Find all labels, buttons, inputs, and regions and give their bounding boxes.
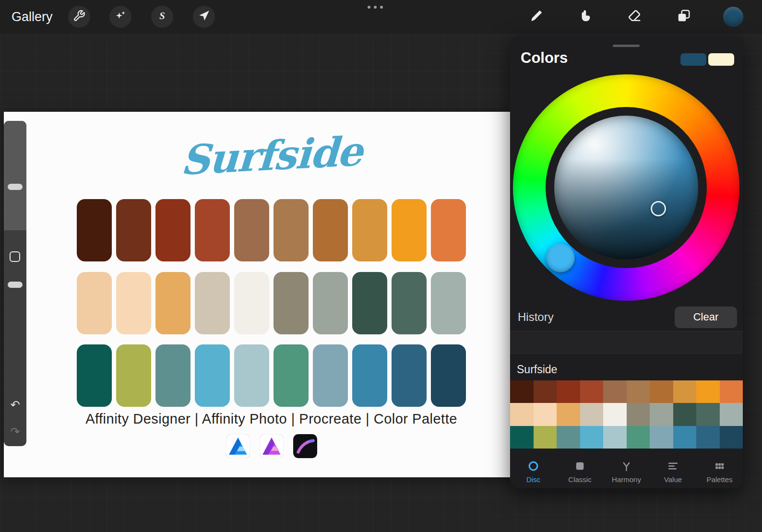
- transform-button[interactable]: [193, 6, 215, 28]
- paint-button[interactable]: [525, 6, 548, 28]
- palette-swatch[interactable]: [603, 380, 627, 403]
- canvas-color-swatch: [234, 272, 269, 334]
- primary-color-swatch[interactable]: [680, 53, 706, 66]
- palette-swatch[interactable]: [627, 380, 650, 403]
- tab-value[interactable]: Value: [650, 456, 696, 488]
- palette-swatch[interactable]: [673, 426, 697, 449]
- palette-swatch[interactable]: [650, 380, 673, 403]
- canvas-color-swatch: [77, 344, 112, 407]
- palette-swatch[interactable]: [720, 403, 743, 426]
- selection-button[interactable]: S: [151, 6, 173, 28]
- tab-disc-label: Disc: [526, 475, 540, 484]
- canvas-color-swatch: [234, 344, 269, 407]
- smudge-button[interactable]: [574, 6, 596, 28]
- canvas-color-swatch: [313, 199, 348, 261]
- wrench-icon: [73, 10, 85, 24]
- brush-sidebar: ↶ ↷: [4, 121, 26, 446]
- palette-swatch[interactable]: [510, 426, 534, 449]
- palette-swatch[interactable]: [510, 380, 534, 403]
- canvas-color-swatch: [274, 199, 309, 261]
- palette-swatch[interactable]: [534, 403, 557, 426]
- palette-swatch[interactable]: [534, 426, 557, 449]
- palette-swatch[interactable]: [627, 403, 650, 426]
- panel-drag-handle[interactable]: [613, 45, 640, 47]
- palette-swatch[interactable]: [534, 380, 557, 403]
- layers-button[interactable]: [673, 6, 695, 28]
- canvas-color-swatch: [195, 344, 230, 407]
- palette-swatch[interactable]: [557, 403, 580, 426]
- erase-button[interactable]: [623, 6, 645, 28]
- tab-harmony-label: Harmony: [612, 475, 641, 484]
- gallery-button[interactable]: Gallery: [12, 0, 53, 34]
- palette-swatch[interactable]: [696, 426, 720, 449]
- clear-history-button[interactable]: Clear: [675, 307, 737, 328]
- palette-swatch[interactable]: [673, 380, 697, 403]
- palette-swatch[interactable]: [720, 380, 743, 403]
- palette-swatch[interactable]: [580, 380, 604, 403]
- disc-icon: [527, 460, 539, 472]
- canvas-color-swatch: [313, 272, 348, 334]
- color-pair: [680, 53, 734, 66]
- palette-swatch[interactable]: [696, 403, 720, 426]
- history-swatches: [510, 331, 743, 354]
- palette-swatch[interactable]: [696, 380, 720, 403]
- colors-panel: Colors History Clear Surfside Disc: [510, 36, 743, 488]
- canvas-color-swatch: [274, 344, 309, 407]
- palette-swatch[interactable]: [650, 403, 673, 426]
- opacity-slider[interactable]: [8, 282, 23, 288]
- palette-swatch[interactable]: [673, 403, 697, 426]
- palette-swatch[interactable]: [603, 403, 627, 426]
- saturation-brightness-disc[interactable]: [554, 116, 698, 260]
- canvas-color-swatch: [431, 344, 466, 407]
- procreate-window: Gallery S: [0, 0, 762, 532]
- disc-selector[interactable]: [651, 201, 666, 216]
- value-icon: [667, 460, 679, 472]
- canvas-color-swatch: [116, 199, 151, 261]
- current-color-button[interactable]: [723, 7, 743, 27]
- palette-name: Surfside: [517, 363, 557, 376]
- artwork-caption: Affinity Designer | Affinity Photo | Pro…: [57, 411, 486, 427]
- undo-button[interactable]: ↶: [4, 399, 26, 411]
- actions-button[interactable]: [68, 6, 90, 28]
- eraser-icon: [627, 9, 642, 25]
- palette-swatch[interactable]: [580, 403, 604, 426]
- artwork-canvas[interactable]: Surfside Affinity Designer | Affinity Ph…: [4, 112, 528, 477]
- palette-swatch[interactable]: [557, 380, 580, 403]
- canvas-color-swatch: [77, 272, 112, 334]
- top-toolbar: Gallery S: [0, 0, 762, 34]
- redo-button[interactable]: ↷: [4, 426, 26, 437]
- tab-palettes-label: Palettes: [706, 475, 732, 484]
- colors-panel-title: Colors: [521, 49, 568, 67]
- secondary-color-swatch[interactable]: [708, 53, 734, 66]
- palette-swatch[interactable]: [627, 426, 650, 449]
- palette-swatch[interactable]: [557, 426, 580, 449]
- palette-swatch[interactable]: [580, 426, 604, 449]
- palette-swatch[interactable]: [720, 426, 743, 449]
- tab-disc[interactable]: Disc: [510, 456, 557, 488]
- brush-size-track[interactable]: [4, 121, 26, 230]
- tab-palettes[interactable]: Palettes: [696, 456, 743, 488]
- adjustments-button[interactable]: [109, 6, 131, 28]
- tab-classic-label: Classic: [568, 475, 591, 484]
- harmony-icon: [620, 460, 632, 472]
- modify-button[interactable]: [10, 251, 20, 262]
- palette-swatch[interactable]: [510, 403, 534, 426]
- canvas-color-swatch: [392, 199, 427, 261]
- hue-selector[interactable]: [547, 244, 574, 272]
- canvas-color-swatch: [116, 344, 151, 407]
- more-options-icon[interactable]: [368, 6, 383, 9]
- swatch-row-2: [77, 272, 466, 334]
- tab-harmony[interactable]: Harmony: [603, 456, 650, 488]
- brush-size-slider[interactable]: [8, 184, 23, 190]
- palettes-icon: [714, 460, 726, 472]
- canvas-color-swatch: [234, 199, 269, 261]
- arrow-cursor-icon: [198, 10, 210, 24]
- palette-swatch[interactable]: [650, 426, 673, 449]
- layers-icon: [677, 9, 691, 25]
- canvas-color-swatch: [431, 199, 466, 261]
- canvas-color-swatch: [352, 272, 387, 334]
- tab-classic[interactable]: Classic: [557, 456, 603, 488]
- palette-swatch[interactable]: [603, 426, 627, 449]
- canvas-color-swatch: [116, 272, 151, 334]
- canvas-color-swatch: [392, 272, 427, 334]
